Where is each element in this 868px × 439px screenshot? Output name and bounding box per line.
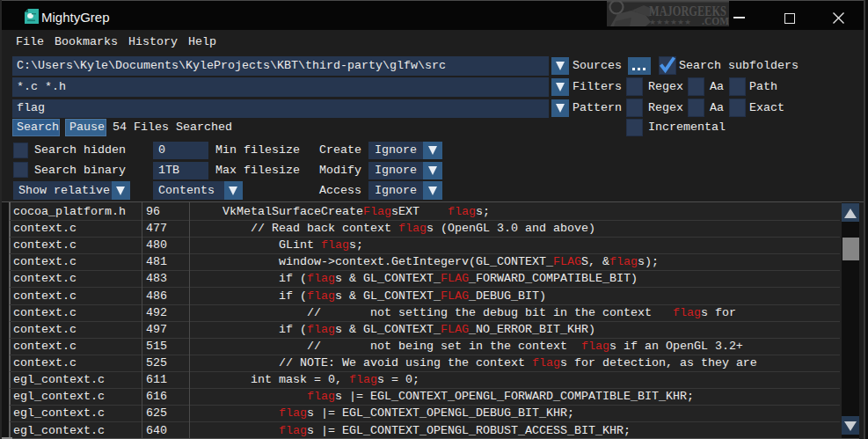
svg-text:.COM: .COM [702,16,729,26]
svg-text:★★★★★★: ★★★★★★ [649,18,691,26]
